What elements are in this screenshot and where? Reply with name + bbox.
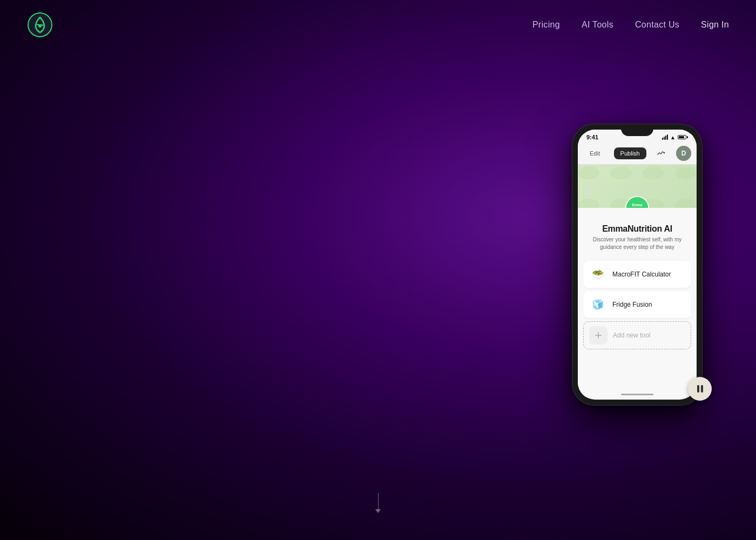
scroll-arrow[interactable]	[375, 493, 381, 513]
nav-sign-in[interactable]: Sign In	[701, 20, 729, 29]
logo[interactable]	[27, 12, 53, 38]
arrow-line	[378, 493, 379, 509]
fridge-fusion-label: Fridge Fusion	[612, 301, 652, 308]
pause-button[interactable]	[688, 377, 712, 401]
publish-button[interactable]: Publish	[614, 147, 646, 159]
tool-item-fridge-fusion[interactable]: 🧊 Fridge Fusion	[583, 291, 691, 318]
nav-pricing[interactable]: Pricing	[532, 20, 560, 29]
phone-toolbar: Edit Publish D	[578, 143, 697, 165]
add-tool-label: Add new tool	[613, 332, 650, 339]
phone-content: Emma Nutri EmmaNutrition AI Discover you…	[578, 165, 697, 397]
add-tool-icon	[589, 326, 608, 345]
add-new-tool[interactable]: Add new tool	[583, 321, 691, 349]
profile-avatar: Emma Nutri	[625, 196, 649, 208]
home-indicator	[621, 394, 653, 395]
svg-text:Nutri: Nutri	[633, 207, 642, 208]
arrow-head	[375, 509, 381, 513]
svg-point-2	[664, 152, 665, 154]
nav-ai-tools[interactable]: AI Tools	[582, 20, 613, 29]
analytics-icon[interactable]	[653, 146, 669, 161]
svg-text:Emma: Emma	[632, 203, 643, 207]
status-time: 9:41	[586, 134, 598, 140]
macrofit-label: MacroFIT Calculator	[612, 271, 671, 278]
profile-banner: Emma Nutri	[578, 165, 697, 208]
profile-info: EmmaNutrition AI Discover your healthies…	[578, 208, 697, 256]
macrofit-icon: 🥗	[589, 265, 607, 284]
phone-outer: 9:41 ▲	[572, 124, 702, 405]
navbar: Pricing AI Tools Contact Us Sign In	[0, 0, 756, 50]
battery-icon	[678, 135, 688, 139]
edit-button[interactable]: Edit	[583, 147, 606, 159]
wifi-icon: ▲	[670, 134, 676, 140]
logo-icon	[27, 12, 53, 38]
profile-name: EmmaNutrition AI	[585, 224, 689, 234]
user-avatar[interactable]: D	[676, 146, 691, 161]
pause-icon	[697, 385, 703, 393]
svg-point-1	[38, 24, 42, 28]
tools-list: 🥗 MacroFIT Calculator 🧊 Fridge Fusion	[578, 256, 697, 357]
fridge-fusion-icon: 🧊	[589, 295, 607, 314]
nav-links: Pricing AI Tools Contact Us Sign In	[532, 20, 729, 30]
phone-mockup: 9:41 ▲	[572, 124, 702, 405]
nav-contact-us[interactable]: Contact Us	[635, 20, 679, 29]
signal-icon	[662, 134, 668, 140]
phone-inner: 9:41 ▲	[578, 130, 697, 400]
phone-notch	[621, 124, 653, 136]
status-icons: ▲	[662, 134, 688, 140]
tool-item-macrofit[interactable]: 🥗 MacroFIT Calculator	[583, 261, 691, 288]
profile-description: Discover your healthiest self, with mygu…	[585, 236, 689, 251]
